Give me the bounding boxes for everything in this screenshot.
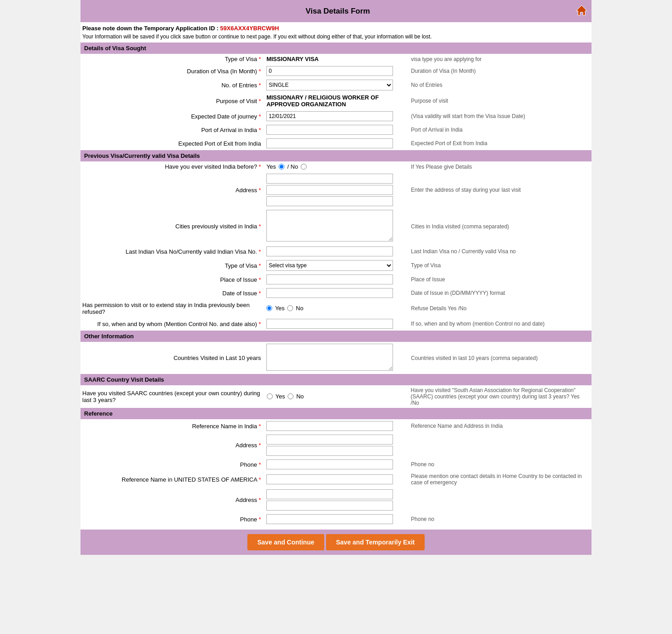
- row-address: Address * Enter the address of stay duri…: [80, 172, 592, 208]
- cities-textarea[interactable]: [266, 210, 393, 241]
- ref-phone-usa-input-cell: [264, 512, 408, 526]
- port-arrival-input[interactable]: [266, 125, 393, 135]
- row-port-arrival: Port of Arrival in India * Port of Arriv…: [80, 123, 592, 137]
- address-inputs-cell: [264, 172, 408, 208]
- visited-before-no-radio[interactable]: [301, 164, 307, 170]
- ref-address-usa-input-2[interactable]: [266, 501, 393, 511]
- row-date-of-issue: Date of Issue * Date of Issue in (DD/MM/…: [80, 286, 592, 300]
- address-input-2[interactable]: [266, 185, 393, 195]
- section-visa-details: Details of Visa Sought Type of Visa * MI…: [80, 43, 592, 150]
- entries-select-cell: SINGLE DOUBLE MULTIPLE: [264, 78, 408, 92]
- visited-before-hint: If Yes Please give Details: [408, 161, 592, 172]
- duration-input[interactable]: [266, 66, 393, 76]
- saarc-visited-no-label: No: [296, 393, 304, 400]
- save-continue-button[interactable]: Save and Continue: [247, 534, 324, 550]
- place-of-issue-label: Place of Issue *: [80, 273, 264, 286]
- page-header: Visa Details Form: [80, 0, 592, 22]
- purpose-label: Purpose of Visit *: [80, 92, 264, 109]
- place-of-issue-label-text: Place of Issue: [220, 276, 257, 283]
- entries-label-text: No. of Entries: [222, 82, 257, 89]
- port-arrival-label: Port of Arrival in India *: [80, 123, 264, 137]
- address-input-3[interactable]: [266, 196, 393, 206]
- last-visa-no-label-text: Last Indian Visa No/Currently valid Indi…: [126, 248, 257, 255]
- ref-phone-india-label-text: Phone: [240, 461, 257, 468]
- cities-label: Cities previously visited in India *: [80, 208, 264, 245]
- expected-date-label-text: Expected Date of journey: [191, 113, 257, 120]
- ref-address-usa-label: Address *: [80, 487, 264, 512]
- prev-type-visa-select-cell: Select visa type Tourist Business Missio…: [264, 258, 408, 273]
- row-saarc-visited: Have you visited SAARC countries (except…: [80, 385, 592, 408]
- type-of-visa-value: MISSIONARY VISA: [264, 54, 408, 64]
- row-ref-name-usa: Reference Name in UNITED STATES OF AMERI…: [80, 471, 592, 487]
- date-of-issue-hint: Date of Issue in (DD/MM/YYYY) format: [408, 286, 592, 300]
- date-of-issue-input[interactable]: [266, 288, 393, 298]
- saarc-visited-no-radio[interactable]: [288, 393, 293, 399]
- ref-address-india-inputs-cell: [264, 433, 408, 458]
- ref-name-usa-input[interactable]: [266, 474, 393, 484]
- ref-address-india-inputs-group: [266, 435, 406, 456]
- visited-before-slash: / No: [287, 163, 298, 170]
- home-icon[interactable]: [575, 4, 588, 19]
- ref-name-india-label-text: Reference Name in India: [192, 423, 257, 430]
- address-input-1[interactable]: [266, 174, 393, 184]
- row-ref-address-usa: Address *: [80, 487, 592, 512]
- saarc-visited-yes-radio[interactable]: [267, 393, 273, 399]
- ref-name-usa-hint: Please mention one contact details in Ho…: [408, 471, 592, 487]
- prev-type-visa-select[interactable]: Select visa type Tourist Business Missio…: [266, 260, 393, 271]
- ref-address-usa-input-1[interactable]: [266, 489, 393, 499]
- place-of-issue-input[interactable]: [266, 274, 393, 284]
- if-so-input[interactable]: [266, 319, 393, 329]
- permission-refused-no-radio[interactable]: [287, 305, 293, 311]
- saarc-visited-label: Have you visited SAARC countries (except…: [80, 385, 264, 408]
- expected-date-input[interactable]: [266, 111, 393, 121]
- permission-refused-no-label: No: [296, 305, 303, 312]
- saarc-visited-radio-group: Yes No: [267, 393, 304, 400]
- section-previous-visa-header: Previous Visa/Currently valid Visa Detai…: [80, 150, 592, 161]
- port-exit-input-cell: [264, 137, 408, 150]
- row-visited-before: Have you ever visited India before? * Ye…: [80, 161, 592, 172]
- temp-id-label: Please note down the Temporary Applicati…: [82, 25, 218, 32]
- section-reference-header: Reference: [80, 408, 592, 419]
- save-exit-button[interactable]: Save and Temporarily Exit: [326, 534, 425, 550]
- last-visa-no-label: Last Indian Visa No/Currently valid Indi…: [80, 245, 264, 258]
- visited-before-radio-group: Yes / No: [266, 163, 307, 170]
- countries-visited-textarea-cell: [264, 342, 408, 374]
- saarc-visited-label-text: Have you visited SAARC countries (except…: [82, 390, 260, 403]
- countries-visited-label: Countries Visited in Last 10 years: [80, 342, 264, 374]
- row-entries: No. of Entries * SINGLE DOUBLE MULTIPLE …: [80, 78, 592, 92]
- countries-visited-textarea[interactable]: [266, 344, 393, 371]
- purpose-hint: Purpose of visit: [408, 92, 592, 109]
- temp-id-value: 59X6AXX4YBRCW9H: [220, 25, 279, 32]
- last-visa-no-input[interactable]: [266, 246, 393, 256]
- permission-refused-radio-cell: Yes No: [264, 300, 408, 317]
- place-of-issue-input-cell: [264, 273, 408, 286]
- date-of-issue-input-cell: [264, 286, 408, 300]
- visited-before-yes-radio[interactable]: [279, 164, 284, 170]
- ref-address-india-input-1[interactable]: [266, 435, 393, 445]
- entries-select[interactable]: SINGLE DOUBLE MULTIPLE: [266, 80, 393, 90]
- ref-address-india-hint: [408, 433, 592, 458]
- permission-refused-yes-radio[interactable]: [266, 305, 272, 311]
- cities-textarea-cell: [264, 208, 408, 245]
- if-so-label: If so, when and by whom (Mention Control…: [80, 317, 264, 331]
- entries-hint: No of Entries: [408, 78, 592, 92]
- ref-name-india-input[interactable]: [266, 421, 393, 431]
- ref-address-india-input-2[interactable]: [266, 446, 393, 456]
- expected-date-label: Expected Date of journey *: [80, 109, 264, 123]
- row-countries-visited: Countries Visited in Last 10 years Count…: [80, 342, 592, 374]
- type-of-visa-label: Type of Visa *: [80, 54, 264, 64]
- duration-input-cell: [264, 64, 408, 78]
- type-of-visa-label-text: Type of Visa: [225, 56, 257, 62]
- ref-phone-usa-input[interactable]: [266, 514, 393, 524]
- row-place-of-issue: Place of Issue * Place of Issue: [80, 273, 592, 286]
- visa-details-table: Type of Visa * MISSIONARY VISA visa type…: [80, 54, 592, 150]
- row-port-exit: Expected Port of Exit from India Expecte…: [80, 137, 592, 150]
- ref-phone-india-input[interactable]: [266, 459, 393, 469]
- section-other-info: Other Information Countries Visited in L…: [80, 331, 592, 374]
- port-arrival-input-cell: [264, 123, 408, 137]
- port-exit-hint: Expected Port of Exit from India: [408, 137, 592, 150]
- saarc-table: Have you visited SAARC countries (except…: [80, 385, 592, 408]
- ref-address-usa-hint-cell: [408, 487, 592, 512]
- port-exit-input[interactable]: [266, 138, 393, 148]
- section-reference: Reference Reference Name in India * Refe…: [80, 408, 592, 526]
